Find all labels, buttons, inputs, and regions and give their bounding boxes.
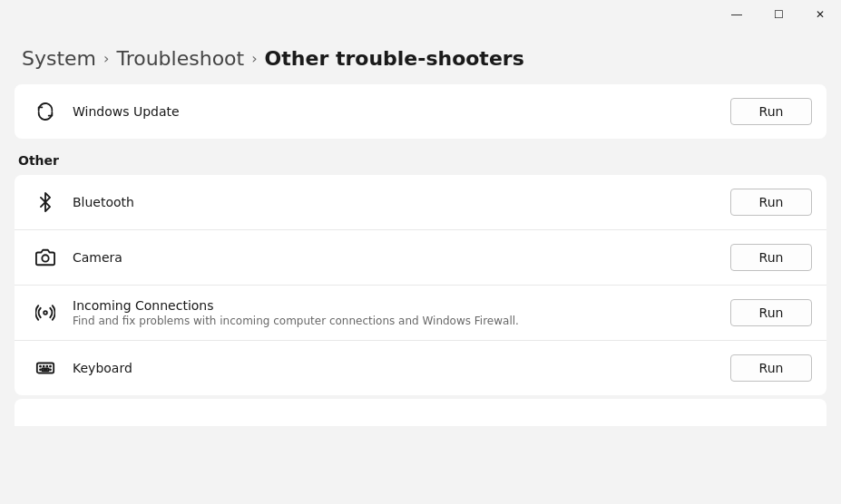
titlebar: — ☐ ✕ (716, 0, 841, 29)
svg-point-15 (50, 369, 51, 370)
svg-point-0 (42, 255, 48, 261)
keyboard-icon (29, 352, 62, 384)
windows-update-title: Windows Update (73, 104, 730, 119)
keyboard-row: Keyboard Run (15, 341, 826, 395)
incoming-connections-row: Incoming Connections Find and fix proble… (15, 286, 826, 341)
camera-row: Camera Run (15, 230, 826, 286)
camera-title: Camera (73, 250, 730, 265)
windows-update-info: Windows Update (73, 104, 730, 119)
svg-point-12 (46, 366, 47, 367)
camera-icon (29, 241, 62, 274)
svg-point-10 (40, 366, 41, 367)
keyboard-run-button[interactable]: Run (730, 354, 812, 382)
camera-run-button[interactable]: Run (730, 244, 812, 271)
incoming-connections-info: Incoming Connections Find and fix proble… (73, 298, 730, 327)
bluetooth-run-button[interactable]: Run (730, 189, 812, 216)
other-card: Bluetooth Run Camera Run (15, 175, 826, 395)
svg-point-14 (40, 369, 41, 370)
svg-point-1 (44, 311, 47, 315)
keyboard-title: Keyboard (73, 361, 730, 375)
maximize-button[interactable]: ☐ (758, 0, 799, 29)
windows-update-run-button[interactable]: Run (730, 98, 812, 125)
keyboard-info: Keyboard (73, 361, 730, 375)
incoming-connections-run-button[interactable]: Run (730, 299, 812, 326)
minimize-button[interactable]: — (716, 0, 758, 29)
incoming-connections-icon (29, 296, 62, 329)
windows-update-row: Windows Update Run (15, 84, 826, 139)
breadcrumb-system[interactable]: System (22, 47, 96, 70)
svg-point-11 (44, 366, 44, 367)
svg-point-13 (50, 366, 51, 367)
bluetooth-row: Bluetooth Run (15, 175, 826, 230)
breadcrumb-sep-2: › (251, 50, 257, 67)
main-content: Windows Update Run Other Bluetooth Run (0, 84, 841, 426)
other-section-label: Other (15, 142, 826, 175)
bluetooth-icon (29, 186, 62, 218)
breadcrumb: System › Troubleshoot › Other trouble-sh… (0, 29, 841, 84)
camera-info: Camera (73, 250, 730, 265)
bluetooth-title: Bluetooth (73, 195, 730, 209)
incoming-connections-title: Incoming Connections (73, 298, 730, 313)
breadcrumb-current: Other trouble-shooters (265, 47, 524, 70)
bluetooth-info: Bluetooth (73, 195, 730, 209)
partial-card (15, 399, 826, 426)
close-button[interactable]: ✕ (799, 0, 841, 29)
breadcrumb-sep-1: › (103, 50, 109, 67)
breadcrumb-troubleshoot[interactable]: Troubleshoot (116, 47, 244, 70)
windows-update-icon (29, 95, 62, 128)
incoming-connections-desc: Find and fix problems with incoming comp… (73, 315, 730, 327)
top-card: Windows Update Run (15, 84, 826, 139)
